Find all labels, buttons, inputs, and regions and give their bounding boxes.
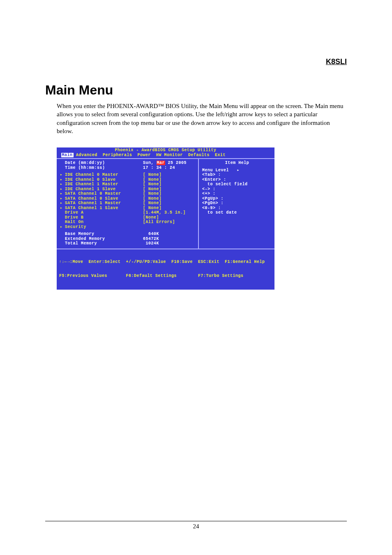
bios-drive-b-label: Drive B — [65, 215, 143, 220]
bios-channel-row[interactable]: ▸IDE Channel 0 Slave[ None] — [60, 177, 196, 182]
bios-help-line: <Enter> : — [202, 177, 272, 182]
page-footer: 24 — [45, 521, 347, 530]
bios-drive-a-value: [1.44M, 3.5 in.] — [143, 210, 186, 215]
bios-menu-rest[interactable]: Advanced Peripherals Power HW Monitor De… — [74, 153, 226, 157]
bios-channel-row[interactable]: ▸IDE Channel 1 Master[ None] — [60, 182, 196, 187]
bios-channel-label: SATA Channel 0 Master — [65, 191, 143, 196]
bios-help-line: Menu Level ▸ — [202, 168, 272, 173]
bios-drive-a-row[interactable]: Drive A[1.44M, 3.5 in.] — [60, 210, 196, 215]
bios-channel-row[interactable]: ▸SATA Channel 1 Slave[ None] — [60, 206, 196, 211]
bios-window-title: Phoenix - AwardBIOS CMOS Setup Utility — [57, 147, 274, 153]
bios-help-line: <0-9> : — [202, 206, 272, 211]
bios-help-panel: Item Help Menu Level ▸ <Tab> : <Enter> :… — [198, 159, 274, 249]
bios-halt-on-label: Halt On — [65, 220, 143, 225]
page-number: 24 — [193, 523, 199, 530]
bios-drive-a-label: Drive A — [65, 210, 143, 215]
bios-channel-label: IDE Channel 0 Master — [65, 173, 143, 177]
bios-channel-row[interactable]: ▸IDE Channel 1 Slave[ None] — [60, 187, 196, 192]
bios-channel-label: IDE Channel 1 Master — [65, 182, 143, 187]
bios-channel-label: SATA Channel 0 Slave — [65, 196, 143, 201]
intro-paragraph: When you enter the PHOENIX-AWARD™ BIOS U… — [45, 102, 347, 135]
bios-channel-value: [ None] — [143, 182, 162, 187]
bios-help-line: to select field — [202, 182, 272, 187]
bios-memory-row: Extended Memory65472K — [60, 237, 196, 242]
bios-help-line: <PgDn> : — [202, 201, 272, 206]
bios-body: Date (mm:dd:yy) Sun, Mar 25 2005 Time (h… — [57, 158, 274, 249]
bios-memory-row: Base Memory 640K — [60, 232, 196, 237]
bios-halt-on-value: [All Errors] — [143, 220, 175, 225]
bios-time-label: Time (hh:mm:ss) — [65, 166, 143, 170]
model-label: K8SLI — [45, 58, 347, 66]
bios-channel-row[interactable]: ▸SATA Channel 1 Master[ None] — [60, 201, 196, 206]
bios-footer-line1: ↑↓←→:Move Enter:Select +/-/PU/PD:Value F… — [59, 260, 272, 265]
bios-memory-label: Base Memory — [65, 232, 143, 237]
bios-date-pre: Sun, — [143, 161, 157, 165]
bios-security-row[interactable]: ▸Security — [60, 225, 196, 230]
bios-channel-row[interactable]: ▸SATA Channel 0 Slave[ None] — [60, 196, 196, 201]
bios-channel-label: SATA Channel 1 Master — [65, 201, 143, 206]
bios-channel-value: [ None] — [143, 196, 162, 201]
bios-memory-value: 65472K — [143, 237, 159, 242]
bios-drive-b-value: [None] — [143, 215, 159, 220]
bios-channel-label: IDE Channel 1 Slave — [65, 187, 143, 192]
bios-memory-value: 640K — [143, 232, 159, 237]
bios-date-selected[interactable]: Mar — [157, 161, 166, 165]
bios-time-row[interactable]: Time (hh:mm:ss) 17 : 34 : 24 — [60, 166, 196, 170]
bios-date-row[interactable]: Date (mm:dd:yy) Sun, Mar 25 2005 — [60, 161, 196, 166]
bios-memory-row: Total Memory 1024K — [60, 241, 196, 246]
bios-time-value[interactable]: 17 : 34 : 24 — [143, 166, 175, 170]
bios-help-line: <Tab> : — [202, 173, 272, 177]
bios-help-line: <+> : — [202, 191, 272, 196]
page: K8SLI Main Menu When you enter the PHOEN… — [0, 0, 392, 555]
bios-footer: ↑↓←→:Move Enter:Select +/-/PU/PD:Value F… — [57, 249, 274, 290]
bios-memory-label: Total Memory — [65, 241, 143, 246]
page-title: Main Menu — [45, 83, 347, 98]
bios-help-title: Item Help — [202, 161, 272, 166]
bios-memory-value: 1024K — [143, 241, 159, 246]
bios-help-line: <-> : — [202, 187, 272, 192]
bios-channel-row[interactable]: ▸IDE Channel 0 Master[ None] — [60, 173, 196, 177]
bios-help-line: <PgUp> : — [202, 196, 272, 201]
bios-channel-value: [ None] — [143, 177, 162, 182]
bios-date-label: Date (mm:dd:yy) — [65, 161, 143, 166]
bios-channel-value: [ None] — [143, 201, 162, 206]
bios-menubar: Main Advanced Peripherals Power HW Monit… — [57, 153, 274, 159]
bios-memory-label: Extended Memory — [65, 237, 143, 242]
bios-help-line: to set date — [202, 210, 272, 215]
bios-drive-b-row[interactable]: Drive B[None] — [60, 215, 196, 220]
bios-menu-main[interactable]: Main — [61, 153, 74, 157]
bios-footer-line2: F5:Previous Values F6:Default Settings F… — [59, 274, 272, 279]
bios-channel-value: [ None] — [143, 173, 162, 177]
bios-channel-label: SATA Channel 1 Slave — [65, 206, 143, 211]
bios-channel-value: [ None] — [143, 191, 162, 196]
bios-channel-row[interactable]: ▸SATA Channel 0 Master[ None] — [60, 191, 196, 196]
bios-channel-value: [ None] — [143, 187, 162, 192]
bios-left-panel: Date (mm:dd:yy) Sun, Mar 25 2005 Time (h… — [57, 159, 198, 249]
bios-date-value[interactable]: Sun, Mar 25 2005 — [143, 161, 187, 166]
bios-screenshot: Phoenix - AwardBIOS CMOS Setup Utility M… — [57, 147, 274, 290]
bios-security-label: Security — [65, 225, 143, 230]
bios-channel-value: [ None] — [143, 206, 162, 211]
bios-halt-on-row[interactable]: Halt On[All Errors] — [60, 220, 196, 225]
bios-channel-label: IDE Channel 0 Slave — [65, 177, 143, 182]
bios-date-post: 25 2005 — [165, 161, 187, 165]
